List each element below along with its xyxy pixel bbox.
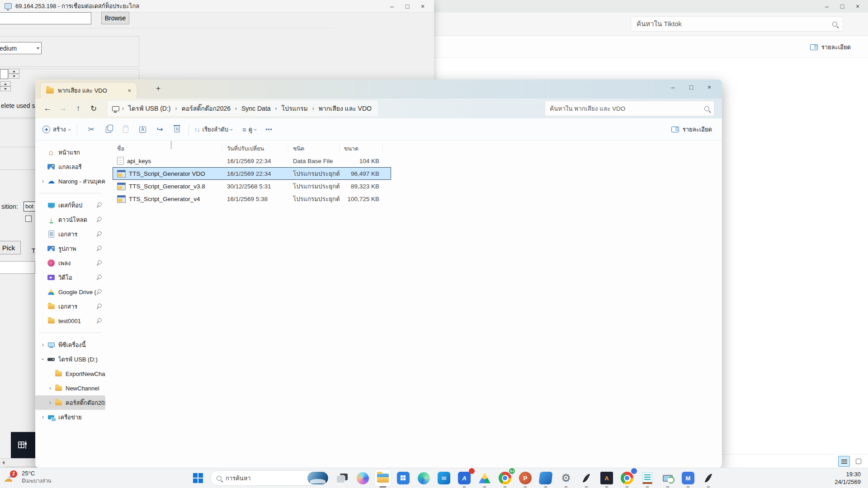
nav-up-icon[interactable]: ↑ — [71, 101, 86, 116]
edge-button[interactable] — [415, 470, 432, 486]
breadcrumb-item[interactable]: โปรแกรม — [280, 103, 310, 113]
nav-back-icon[interactable]: ← — [40, 101, 55, 116]
file-explorer-button[interactable] — [375, 470, 391, 486]
sidebar-item-network[interactable]: ›เครือข่าย — [35, 410, 105, 424]
sidebar-item-documents[interactable]: เอกสาร — [35, 227, 105, 241]
checkbox[interactable] — [25, 216, 32, 222]
view-button[interactable]: ≡ ดู › — [242, 125, 256, 134]
spinner-up-down[interactable] — [9, 69, 19, 79]
sidebar-item-usb-drive[interactable]: ›ไดรฟ์ USB (D:) — [35, 352, 105, 366]
copilot-button[interactable] — [354, 470, 371, 486]
expander-chevron-icon[interactable]: › — [47, 385, 53, 391]
chrome-profile-2-button[interactable] — [619, 470, 635, 486]
share-icon[interactable]: ↪ — [151, 122, 169, 138]
bing-daily-image[interactable] — [307, 472, 328, 484]
spin-up-button[interactable] — [9, 69, 19, 74]
sidebar-item-exportnewchanel[interactable]: ExportNewChanel — [35, 366, 105, 381]
expander-chevron-icon[interactable]: › — [40, 342, 46, 348]
sidebar-item-music[interactable]: ♪เพลง — [35, 256, 105, 270]
pc-sync-app-button[interactable] — [660, 470, 676, 486]
column-header-name[interactable]: ชื่อ — [113, 145, 222, 153]
rdp-text-input[interactable] — [0, 12, 91, 24]
bg-details-toggle[interactable]: รายละเอียด — [810, 42, 851, 52]
paste-icon[interactable] — [117, 122, 134, 138]
position-field[interactable]: bot — [24, 202, 36, 211]
bg-close-button[interactable]: × — [850, 1, 865, 12]
expander-chevron-down-icon[interactable]: › — [40, 356, 46, 362]
bg-maximize-button[interactable]: □ — [835, 1, 850, 12]
explorer-minimize-button[interactable]: – — [664, 82, 682, 93]
file-row-tts-script-generator-v38[interactable]: TTS_Script_Generator_v3.8 30/12/2568 5:3… — [113, 180, 391, 192]
weather-widget[interactable]: ☁ ☁ 2 25°C มีเมฆบางส่วน — [4, 470, 51, 485]
column-header-size[interactable]: ขนาด — [340, 145, 383, 153]
media-app-button[interactable]: A — [456, 470, 472, 486]
new-button[interactable]: สร้าง › — [35, 125, 71, 134]
new-tab-button[interactable]: + — [152, 84, 165, 93]
rename-icon[interactable]: A — [134, 122, 151, 138]
copy-icon[interactable] — [100, 122, 117, 138]
spin-down-button[interactable] — [0, 86, 11, 91]
cut-icon[interactable]: ✂ — [83, 122, 100, 138]
spinner-up-down-2[interactable] — [0, 81, 11, 91]
expander-chevron-icon[interactable]: › — [40, 414, 46, 420]
spin-down-button[interactable] — [9, 74, 19, 79]
sidebar-item-onedrive[interactable]: ›☁Narong - ส่วนบุคคล — [35, 174, 105, 188]
nav-refresh-icon[interactable]: ↻ — [86, 101, 101, 116]
dark-tool-button[interactable] — [11, 432, 35, 458]
task-view-button[interactable] — [334, 470, 350, 486]
browse-button[interactable]: Browse — [101, 12, 129, 24]
delete-icon[interactable] — [169, 122, 186, 138]
sidebar-item-google-drive[interactable]: Google Drive (G: — [35, 285, 105, 299]
explorer-details-toggle[interactable]: รายละเอียด — [671, 125, 712, 134]
rdp-dropdown[interactable]: edium — [0, 42, 42, 54]
quill-app-button[interactable] — [578, 470, 594, 486]
column-header-date[interactable]: วันที่ปรับเปลี่ยน — [222, 145, 288, 153]
breadcrumb-item[interactable]: คอร์สติ๊กต๊อก2026 — [179, 103, 232, 113]
spin-up-button[interactable] — [0, 81, 11, 86]
nav-forward-icon[interactable]: → — [55, 101, 71, 116]
pick-button[interactable]: Pick — [0, 241, 21, 254]
explorer-search-input[interactable]: ค้นหาใน พากเสียง และ VDO — [545, 101, 714, 116]
spinner-field[interactable] — [0, 69, 8, 79]
this-pc-icon[interactable] — [112, 106, 119, 111]
powerpoint-button[interactable]: P — [517, 470, 533, 486]
file-row-tts-script-generator-v4[interactable]: TTS_Script_Generator_v4 16/1/2569 5:38 โ… — [113, 192, 391, 205]
sidebar-item-videos[interactable]: ▶วิดีโอ — [35, 270, 105, 285]
settings-button[interactable]: ⚙ — [558, 470, 574, 486]
dark-a-app-button[interactable]: A — [599, 470, 615, 486]
start-button[interactable] — [190, 470, 206, 486]
outlook-button[interactable]: ✉ — [436, 470, 452, 486]
rdp-list-field[interactable] — [0, 261, 35, 274]
sidebar-item-course-tiktok-2026[interactable]: ›คอร์สติ๊กต๊อก2026 — [35, 395, 105, 410]
horizontal-scrollbar[interactable] — [0, 458, 35, 466]
column-header-type[interactable]: ชนิด — [288, 145, 340, 153]
blue-stack-app-button[interactable] — [538, 470, 554, 486]
scroll-left-arrow-icon[interactable] — [2, 461, 5, 465]
taskbar-search[interactable]: การค้นหา — [210, 470, 330, 486]
expander-chevron-icon[interactable]: › — [40, 178, 46, 184]
sidebar-item-desktop[interactable]: เดสก์ท็อป — [35, 198, 105, 212]
sidebar-item-downloads[interactable]: ↓ดาวน์โหลด — [35, 212, 105, 227]
search-icon[interactable] — [704, 106, 709, 111]
store-button[interactable] — [395, 470, 411, 486]
sidebar-item-this-pc[interactable]: ›พีซีเครื่องนี้ — [35, 338, 105, 352]
sort-button[interactable]: ↑↓ เรียงลำดับ › — [194, 125, 232, 134]
bg-minimize-button[interactable]: – — [819, 1, 835, 12]
explorer-close-button[interactable]: × — [700, 82, 718, 93]
chrome-profile-sj-button[interactable]: SJ — [497, 470, 513, 486]
notepad-button[interactable] — [639, 470, 656, 486]
breadcrumb-item[interactable]: พากเสียง และ VDO — [317, 103, 373, 113]
taskbar-clock[interactable]: 19:30 24/1/2569 — [835, 470, 861, 486]
more-options-icon[interactable]: ••• — [265, 127, 273, 133]
sidebar-item-newchannel[interactable]: ›NewChannel — [35, 381, 105, 395]
rdp-close-button[interactable]: × — [415, 1, 430, 12]
explorer-tab[interactable]: พากเสียง และ VDO × — [41, 83, 137, 99]
thumbnail-view-toggle[interactable] — [853, 456, 864, 467]
sidebar-item-home[interactable]: ⌂หน้าแรก — [35, 145, 105, 160]
rdp-maximize-button[interactable]: □ — [400, 1, 415, 12]
sidebar-item-pictures[interactable]: รูปภาพ — [35, 241, 105, 256]
explorer-maximize-button[interactable]: □ — [682, 82, 700, 93]
google-drive-button[interactable] — [476, 470, 493, 486]
search-icon[interactable] — [832, 22, 837, 27]
bg-search-input[interactable]: ค้นหาใน Tiktok — [631, 16, 843, 32]
